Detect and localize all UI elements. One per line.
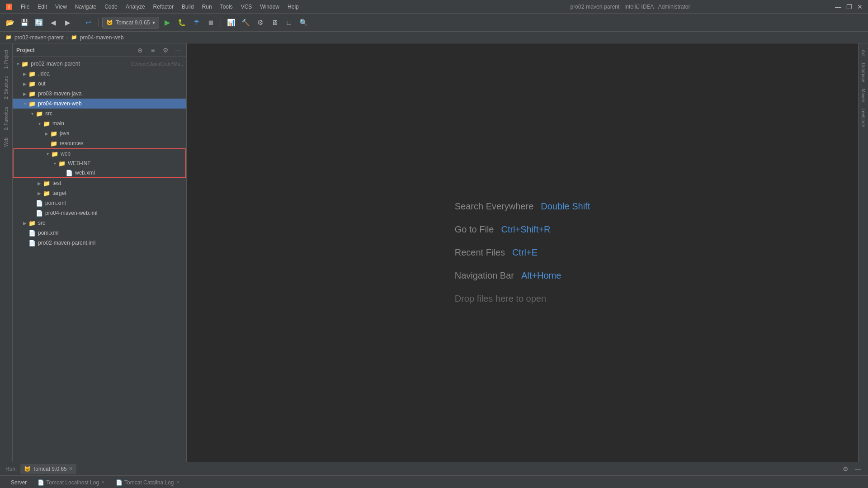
test-folder-icon: 📁 bbox=[42, 180, 51, 187]
web-sidebar-label[interactable]: Web bbox=[3, 135, 9, 149]
menu-code[interactable]: Code bbox=[101, 3, 121, 11]
hide-panel-button[interactable]: — bbox=[174, 46, 183, 55]
tree-arrow-pro04: ▾ bbox=[22, 101, 28, 106]
settings-button[interactable]: ⚙ bbox=[254, 16, 266, 29]
ant-sidebar[interactable]: Ant bbox=[860, 47, 867, 59]
maximize-button[interactable]: ❐ bbox=[845, 3, 853, 10]
menu-refactor[interactable]: Refactor bbox=[150, 3, 177, 11]
sync-button[interactable]: 🔄 bbox=[33, 16, 45, 29]
stop-button[interactable]: ⏹ bbox=[204, 16, 217, 29]
search-everywhere-btn[interactable]: 🔍 bbox=[297, 16, 310, 29]
tree-src-root[interactable]: ▶ 📁 src bbox=[13, 218, 186, 228]
tree-arrow-root: ▾ bbox=[14, 62, 21, 66]
tab-localhost-close[interactable]: ✕ bbox=[101, 479, 105, 485]
hint-recent: Recent Files Ctrl+E bbox=[455, 247, 590, 258]
tree-arrow-pom-root: ▶ bbox=[22, 231, 28, 236]
run-hide-btn[interactable]: — bbox=[854, 464, 863, 474]
project-panel: Project ⊕ ≡ ⚙ — ▾ 📁 pro02-maven-parent D… bbox=[13, 43, 187, 462]
src-root-folder-icon: 📁 bbox=[28, 220, 36, 227]
collapse-all-button[interactable]: ≡ bbox=[148, 46, 157, 55]
forward-button[interactable]: ▶ bbox=[61, 16, 74, 29]
tab-localhost-log[interactable]: 📄 Tomcat Localhost Log ✕ bbox=[32, 476, 110, 488]
tree-webxml[interactable]: ▶ 📄 web.xml bbox=[13, 168, 186, 178]
tomcat-tab-label: Tomcat 9.0.65 bbox=[33, 466, 66, 472]
tomcat-tab-close[interactable]: ✕ bbox=[69, 466, 73, 472]
tab-localhost-label: Tomcat Localhost Log bbox=[46, 479, 99, 486]
menu-view[interactable]: View bbox=[52, 3, 71, 11]
pom-root-icon: 📄 bbox=[28, 230, 36, 237]
separator-1 bbox=[78, 18, 78, 27]
tab-catalina-close[interactable]: ✕ bbox=[176, 479, 180, 485]
tree-webinf[interactable]: ▾ 📁 WEB-INF bbox=[13, 158, 186, 168]
profile-button[interactable]: 📊 bbox=[225, 16, 237, 29]
leetcode-sidebar[interactable]: Leetcode bbox=[860, 106, 867, 130]
menu-help[interactable]: Help bbox=[284, 3, 302, 11]
minimize-button[interactable]: — bbox=[835, 3, 842, 10]
tree-arrow-iml-root: ▶ bbox=[22, 241, 28, 246]
run-settings-btn[interactable]: ⚙ bbox=[841, 464, 850, 474]
tree-pom-root[interactable]: ▶ 📄 pom.xml bbox=[13, 228, 186, 238]
tomcat-tab-icon: 🐱 bbox=[24, 466, 31, 472]
tab-catalina-log[interactable]: 📄 Tomcat Catalina Log ✕ bbox=[110, 476, 185, 488]
run-button[interactable]: ▶ bbox=[161, 16, 174, 29]
tree-iml-root-label: pro02-maven-parent.iml bbox=[38, 240, 184, 246]
tree-root[interactable]: ▾ 📁 pro02-maven-parent D:\code\JavaCode\… bbox=[13, 59, 186, 69]
tree-pom-pro04-label: pom.xml bbox=[45, 200, 184, 206]
tree-target[interactable]: ▶ 📁 target bbox=[13, 188, 186, 198]
back-button[interactable]: ◀ bbox=[47, 16, 60, 29]
tree-out[interactable]: ▶ 📁 out bbox=[13, 79, 186, 89]
tree-src-root-label: src bbox=[38, 220, 184, 226]
breadcrumb-item-1[interactable]: pro02-maven-parent bbox=[14, 34, 64, 41]
webinf-folder-icon: 📁 bbox=[58, 160, 66, 167]
menu-file[interactable]: File bbox=[17, 3, 33, 11]
menu-vcs[interactable]: VCS bbox=[237, 3, 256, 11]
tree-resources[interactable]: ▶ 📁 resources bbox=[13, 138, 186, 148]
menu-run[interactable]: Run bbox=[198, 3, 216, 11]
remote-button[interactable]: 🖥 bbox=[268, 16, 281, 29]
menu-navigate[interactable]: Navigate bbox=[71, 3, 100, 11]
favorites-sidebar-label[interactable]: 2: Favorites bbox=[3, 104, 9, 133]
hint-drop-label: Drop files here to open bbox=[455, 294, 546, 304]
tree-pom-pro04[interactable]: ▶ 📄 pom.xml bbox=[13, 198, 186, 208]
tab-server-label: Server bbox=[11, 479, 27, 486]
tree-web[interactable]: ▾ 📁 web bbox=[13, 148, 186, 158]
tree-out-label: out bbox=[38, 81, 184, 87]
structure-sidebar-label[interactable]: 2: Structure bbox=[3, 73, 9, 102]
maven-sidebar[interactable]: Maven bbox=[860, 86, 867, 105]
menu-build[interactable]: Build bbox=[178, 3, 198, 11]
tree-pro04[interactable]: ▾ 📁 pro04-maven-web bbox=[13, 99, 186, 109]
tab-server[interactable]: Server bbox=[5, 476, 32, 488]
settings-panel-button[interactable]: ⚙ bbox=[161, 46, 170, 55]
scope-button[interactable]: ⊕ bbox=[136, 46, 145, 55]
tree-pro03[interactable]: ▶ 📁 pro03-maven-java bbox=[13, 89, 186, 99]
main-layout: 1: Project 2: Structure 2: Favorites Web… bbox=[0, 43, 868, 462]
menu-edit[interactable]: Edit bbox=[34, 3, 51, 11]
breadcrumb-item-2[interactable]: pro04-maven-web bbox=[80, 34, 124, 41]
coverage-button[interactable]: ☂ bbox=[190, 16, 203, 29]
close-button[interactable]: ✕ bbox=[856, 3, 863, 10]
webxml-icon: 📄 bbox=[65, 170, 73, 176]
tree-iml-pro04[interactable]: ▶ 📄 pro04-maven-web.iml bbox=[13, 208, 186, 218]
tree-main[interactable]: ▾ 📁 main bbox=[13, 118, 186, 128]
database-sidebar[interactable]: Database bbox=[860, 60, 867, 85]
tomcat-run-tab[interactable]: 🐱 Tomcat 9.0.65 ✕ bbox=[20, 464, 76, 474]
tree-src[interactable]: ▾ 📁 src bbox=[13, 109, 186, 118]
tree-java[interactable]: ▶ 📁 java bbox=[13, 128, 186, 138]
build-button[interactable]: 🔨 bbox=[239, 16, 252, 29]
project-sidebar-label[interactable]: 1: Project bbox=[3, 47, 9, 71]
tree-iml-root[interactable]: ▶ 📄 pro02-maven-parent.iml bbox=[13, 238, 186, 248]
tree-test[interactable]: ▶ 📁 test bbox=[13, 178, 186, 188]
undo-button[interactable]: ↩ bbox=[82, 16, 94, 29]
tab-catalina-icon: 📄 bbox=[116, 479, 123, 486]
window-btn[interactable]: □ bbox=[283, 16, 295, 29]
iml-root-icon: 📄 bbox=[28, 240, 36, 246]
tree-java-label: java bbox=[60, 130, 184, 137]
open-button[interactable]: 📂 bbox=[4, 16, 16, 29]
run-config-selector[interactable]: 🐱 Tomcat 9.0.65 ▾ bbox=[102, 17, 159, 28]
debug-button[interactable]: 🐛 bbox=[175, 16, 188, 29]
menu-tools[interactable]: Tools bbox=[217, 3, 236, 11]
menu-window[interactable]: Window bbox=[256, 3, 283, 11]
tree-idea[interactable]: ▶ 📁 .idea bbox=[13, 69, 186, 79]
menu-analyze[interactable]: Analyze bbox=[122, 3, 149, 11]
save-button[interactable]: 💾 bbox=[18, 16, 31, 29]
